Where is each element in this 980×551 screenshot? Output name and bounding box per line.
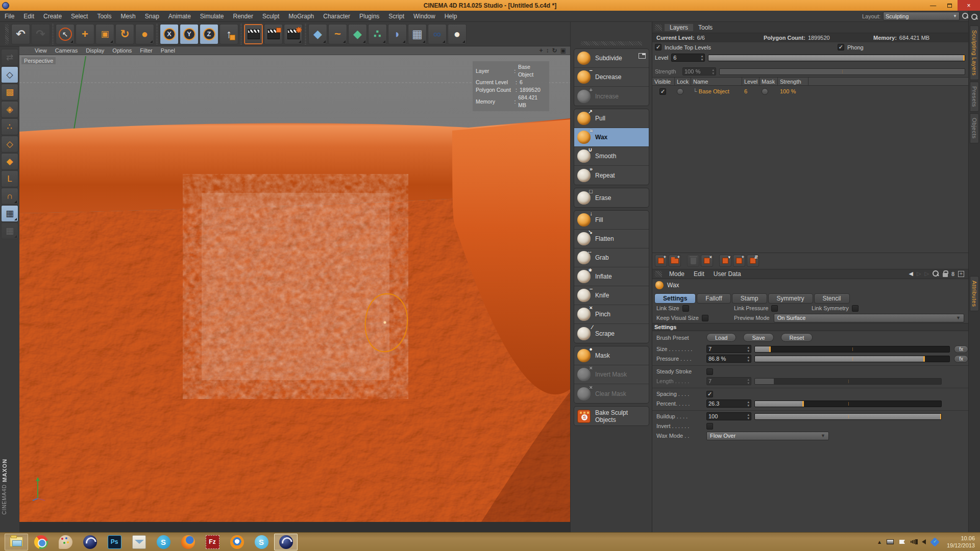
attr-menu-edit[interactable]: Edit [689, 270, 709, 278]
lock-z-axis-icon[interactable]: Z [200, 24, 218, 44]
taskbar-skype[interactable]: S [152, 534, 175, 550]
add-subdivision-surface-icon[interactable]: ◆ [348, 24, 367, 44]
menu-simulate[interactable]: Simulate [195, 13, 229, 20]
attr-tab-stamp[interactable]: Stamp [732, 293, 767, 304]
toggle-view-icon[interactable]: ▣ [560, 47, 566, 54]
viewport-menu-cameras[interactable]: Cameras [51, 47, 82, 54]
include-top-levels-checkbox[interactable]: ✓ [655, 44, 662, 51]
add-layer-icon[interactable]: + [655, 255, 667, 267]
viewport-grip[interactable] [21, 48, 29, 54]
menu-plugins[interactable]: Plugins [355, 13, 384, 20]
zoom-view-icon[interactable]: ↕ [546, 47, 549, 54]
viewport-menu-view[interactable]: View [31, 47, 51, 54]
load-button[interactable]: Load [706, 333, 736, 342]
sculpt-tool-inflate[interactable]: ∗Inflate [574, 267, 649, 286]
size-slider[interactable] [754, 346, 950, 353]
percent-slider[interactable] [754, 400, 942, 407]
side-tab-presets[interactable]: Presets [970, 82, 979, 112]
display-settings-icon[interactable] [887, 539, 894, 544]
coordinate-system-icon[interactable]: ↑ [219, 24, 238, 44]
save-button[interactable]: Save [743, 333, 773, 342]
attr-search-icon[interactable] [933, 270, 939, 277]
pressure-slider[interactable] [754, 356, 950, 362]
workplane-mode-icon[interactable]: ◈ [1, 101, 18, 118]
taskbar-cinema4d[interactable] [78, 534, 102, 550]
taskbar-photoshop[interactable]: Ps [103, 534, 126, 550]
column-level[interactable]: Level [742, 78, 760, 85]
menu-animate[interactable]: Animate [164, 13, 195, 20]
menu-snap[interactable]: Snap [140, 13, 164, 20]
taskbar-clock[interactable]: 10.06 19/12/2013 [944, 535, 975, 549]
add-cube-object-icon[interactable]: ◆ [308, 24, 327, 44]
sculpt-tool-mask[interactable]: ●Mask [574, 346, 649, 365]
add-camera-icon[interactable]: ∞ [428, 24, 447, 44]
menu-sculpt[interactable]: Sculpt [258, 13, 284, 20]
toolbar-grip[interactable] [5, 24, 9, 44]
taskbar-paint-app[interactable] [54, 534, 77, 550]
pan-view-icon[interactable]: + [540, 47, 543, 54]
viewport-menu-filter[interactable]: Filter [136, 47, 156, 54]
attr-tab-settings[interactable]: Settings [654, 293, 696, 304]
invert-checkbox[interactable] [706, 423, 713, 430]
side-tab-objects[interactable]: Objects [970, 113, 979, 143]
side-tab-attributes[interactable]: Attributes [970, 276, 979, 311]
viewport-canvas[interactable]: Perspective Layer:Base ObjectCurrent Lev… [19, 55, 570, 522]
lock-icon[interactable] [943, 273, 948, 277]
menu-window[interactable]: Window [409, 13, 440, 20]
sculpt-tool-decrease[interactable]: −Decrease [574, 68, 649, 87]
sculpt-tool-wax[interactable]: ≈Wax [574, 128, 649, 147]
restore-button[interactable] [941, 0, 958, 11]
add-light-icon[interactable]: ● [448, 24, 467, 44]
workplane-lock-icon[interactable]: ▦ [1, 205, 18, 222]
keep-visual-size-checkbox[interactable] [702, 315, 708, 321]
merge-layer-down-icon[interactable]: ▾ [719, 255, 731, 267]
menu-render[interactable]: Render [229, 13, 258, 20]
viewport-menu-panel[interactable]: Panel [157, 47, 179, 54]
taskbar-windows-explorer[interactable] [5, 534, 28, 550]
minimize-button[interactable]: — [925, 0, 941, 11]
volume-icon[interactable] [922, 539, 926, 544]
tab-layers[interactable]: Layers [665, 24, 693, 31]
column-mask[interactable]: Mask [760, 78, 778, 85]
viewport-menu-display[interactable]: Display [82, 47, 108, 54]
polygons-mode-icon[interactable]: ◆ [1, 153, 18, 170]
link-size-checkbox[interactable] [682, 305, 689, 312]
reset-button[interactable]: Reset [781, 333, 813, 342]
taskbar-firefox[interactable] [176, 534, 200, 550]
sculpt-brush-icon[interactable]: ● [135, 24, 154, 44]
layout-select[interactable]: Sculpting▼ [883, 12, 960, 20]
attr-tab-stencil[interactable]: Stencil [814, 293, 850, 304]
size-field[interactable]: 7▴▾ [706, 345, 751, 353]
add-folder-icon[interactable]: + [669, 255, 681, 267]
layer-mask-cell[interactable] [760, 88, 778, 95]
level-field[interactable]: 6▴▾ [671, 54, 705, 62]
menu-character[interactable]: Character [318, 13, 355, 20]
close-button[interactable]: × [958, 0, 980, 11]
move-icon[interactable]: + [76, 24, 94, 44]
sculpt-tool-subdivide[interactable]: Subdivide [574, 49, 649, 68]
fx-button[interactable]: fx [954, 355, 968, 363]
tab-tools[interactable]: Tools [693, 24, 718, 31]
layer-lock-cell[interactable] [675, 88, 691, 95]
fx-button[interactable]: fx [954, 345, 968, 353]
attr-menu-mode[interactable]: Mode [665, 270, 689, 278]
render-region-icon[interactable] [264, 24, 283, 44]
taskbar-skype-alt[interactable]: S [250, 534, 273, 550]
layer-row[interactable]: ✓└Base Object6100 % [652, 86, 968, 97]
erase-layer-icon[interactable]: × [701, 255, 713, 267]
wax-mode-dropdown[interactable]: Flow Over▼ [706, 432, 829, 440]
sculpt-tool-knife[interactable]: –Knife [574, 286, 649, 305]
menu-help[interactable]: Help [440, 13, 462, 20]
lock-y-axis-icon[interactable]: Y [180, 24, 199, 44]
column-name[interactable]: Name [691, 78, 742, 85]
buildup-field[interactable]: 100▴▾ [706, 412, 751, 420]
add-deformer-icon[interactable]: ◗ [388, 24, 407, 44]
pressure-field[interactable]: 86.8 %▴▾ [706, 355, 751, 363]
action-center-flag-icon[interactable] [899, 540, 905, 544]
layer-name-cell[interactable]: └Base Object [691, 88, 742, 94]
sculpt-panel-grip[interactable] [581, 41, 642, 45]
visible-checkbox[interactable]: ✓ [659, 88, 666, 95]
sculpt-tool-flatten[interactable]: ↘Flatten [574, 230, 649, 248]
level-slider[interactable] [708, 55, 965, 61]
title-bar[interactable]: CINEMA 4D R14.025 Studio - [Untitled 5.c… [0, 0, 980, 11]
